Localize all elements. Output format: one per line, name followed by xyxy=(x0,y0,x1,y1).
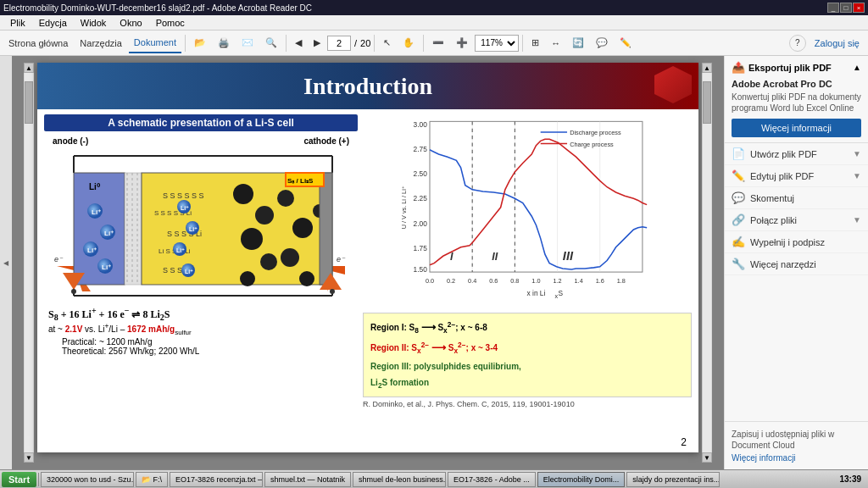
zoom-select[interactable]: 117% 100% 75% 150% xyxy=(475,35,519,52)
menu-widok[interactable]: Widok xyxy=(74,15,114,30)
graph-container: 3.00 2.75 2.50 2.25 2.00 1.75 1.50 0.0 0… xyxy=(363,114,692,309)
panel-item-comment[interactable]: 💬 Skomentuj xyxy=(725,187,868,209)
minimize-button[interactable]: _ xyxy=(827,3,839,13)
menu-edycja[interactable]: Edycja xyxy=(32,15,74,30)
panel-item-create[interactable]: 📄 Utwórz plik PDF ▼ xyxy=(725,143,868,165)
comment-button[interactable]: 💬 xyxy=(591,33,613,53)
menu-plik[interactable]: Plik xyxy=(3,15,32,30)
menubar: Plik Edycja Widok Okno Pomoc xyxy=(0,15,868,30)
open-file-button[interactable]: 📂 xyxy=(189,33,211,53)
left-nav-panel[interactable]: ◀ xyxy=(0,56,12,469)
acrobat-desc: Konwertuj pliki PDF na dokumenty program… xyxy=(732,92,861,114)
scroll-thumb2[interactable] xyxy=(703,81,711,124)
svg-text:U / V vs. Li / Li⁺: U / V vs. Li / Li⁺ xyxy=(400,186,408,229)
page-input[interactable] xyxy=(327,36,351,51)
scrollbar[interactable]: ▲ ▼ xyxy=(24,63,34,463)
rotate-button[interactable]: 🔄 xyxy=(567,33,589,53)
start-button[interactable]: Start xyxy=(2,472,36,487)
svg-point-30 xyxy=(255,206,274,225)
svg-point-35 xyxy=(292,218,313,238)
cloud-more-link[interactable]: Więcej informacji xyxy=(732,453,861,463)
svg-point-34 xyxy=(277,190,294,207)
taskbar-item-3[interactable]: shmuel.txt — Notatnik xyxy=(264,472,351,487)
svg-text:Li⁺: Li⁺ xyxy=(181,205,189,211)
scroll-thumb[interactable] xyxy=(25,81,33,124)
cell-diagram-svg: Li⁰ Li⁺ Li⁺ Li⁺ Li⁺ xyxy=(44,147,349,304)
region-iii-sub: Li2S formation xyxy=(370,374,684,393)
pencil-button[interactable]: ✏️ xyxy=(615,33,637,53)
pencil-icon: ✏️ xyxy=(620,37,632,48)
region-i-text: Region I: S8 ⟶ Sx2−; x ~ 6-8 xyxy=(370,318,684,338)
next-page-button[interactable]: ▶ xyxy=(309,33,326,53)
scroll-down-button2[interactable]: ▼ xyxy=(702,452,712,463)
chevron-up-icon: ▲ xyxy=(853,63,861,72)
help-button[interactable]: ? xyxy=(789,35,806,52)
taskbar-item-4[interactable]: shmuel de-leon business... xyxy=(353,472,446,487)
vertical-scrollbar[interactable]: ▲ ▼ xyxy=(702,63,712,463)
svg-point-32 xyxy=(260,253,277,270)
document-button[interactable]: Dokument xyxy=(129,33,181,53)
chevron-down-icon: ▼ xyxy=(853,149,861,158)
maximize-button[interactable]: □ xyxy=(840,3,852,13)
email-button[interactable]: ✉️ xyxy=(236,33,259,53)
close-button[interactable]: × xyxy=(853,3,865,13)
svg-text:S₈ / Li₂S: S₈ / Li₂S xyxy=(287,177,314,185)
separator4 xyxy=(423,35,424,52)
taskbar-item-2[interactable]: EO17-3826 recenzja.txt —... xyxy=(170,472,263,487)
svg-rect-39 xyxy=(320,173,332,285)
svg-text:S: S xyxy=(559,289,564,297)
scroll-up-button[interactable]: ▲ xyxy=(24,63,34,73)
svg-text:Li⁺: Li⁺ xyxy=(176,247,185,253)
export-icon: 📤 xyxy=(732,61,745,74)
fit-page-button[interactable]: ⊞ xyxy=(526,33,544,53)
panel-item-sign[interactable]: ✍️ Wypełnij i podpisz xyxy=(725,231,868,253)
svg-text:e⁻: e⁻ xyxy=(337,255,346,263)
taskbar-item-5[interactable]: EO17-3826 - Adobe ... xyxy=(448,472,536,487)
home-button[interactable]: Strona główna xyxy=(3,33,73,53)
menu-pomoc[interactable]: Pomoc xyxy=(149,15,192,30)
left-content: A schematic presentation of a Li-S cell … xyxy=(44,114,358,447)
cell-diagram-title: A schematic presentation of a Li-S cell xyxy=(44,114,358,131)
svg-text:0.2: 0.2 xyxy=(447,277,455,285)
clock: 13:39 xyxy=(834,474,866,484)
svg-text:0.6: 0.6 xyxy=(489,277,498,285)
hand-icon: ✋ xyxy=(403,37,415,48)
zoom-out-button[interactable]: ➖ xyxy=(427,33,449,53)
panel-item-edit[interactable]: ✏️ Edytuj plik PDF ▼ xyxy=(725,165,868,187)
li0-text: Li⁰ xyxy=(89,182,101,191)
more-tools-label: Więcej narzędzi xyxy=(750,259,861,269)
fit-width-button[interactable]: ↔ xyxy=(546,33,565,53)
prev-page-button[interactable]: ◀ xyxy=(290,33,307,53)
svg-text:1.4: 1.4 xyxy=(575,277,583,285)
svg-text:1.0: 1.0 xyxy=(531,277,540,285)
scroll-up-button2[interactable]: ▲ xyxy=(702,63,712,73)
taskbar-item-7[interactable]: slajdy do prezentacji ins... xyxy=(626,472,720,487)
window-controls[interactable]: _ □ × xyxy=(827,3,865,13)
scroll-down-button[interactable]: ▼ xyxy=(24,452,34,463)
svg-text:1.75: 1.75 xyxy=(414,244,428,252)
pdf-viewer: ▲ ▼ Introduction A schematic present xyxy=(12,56,724,469)
svg-text:0.4: 0.4 xyxy=(468,277,476,285)
login-button[interactable]: Zaloguj się xyxy=(810,33,865,53)
taskbar-item-0[interactable]: 320000 won to usd - Szu... xyxy=(41,472,134,487)
svg-text:2.75: 2.75 xyxy=(414,145,428,153)
svg-text:Charge process: Charge process xyxy=(570,141,614,148)
hand-tool-button[interactable]: ✋ xyxy=(398,33,420,53)
search-button[interactable]: 🔍 xyxy=(260,33,282,53)
tools-button[interactable]: Narzędzia xyxy=(75,33,127,53)
panel-item-more[interactable]: 🔧 Więcej narzędzi xyxy=(725,253,868,275)
zoom-in-button[interactable]: ➕ xyxy=(451,33,473,53)
panel-item-combine[interactable]: 🔗 Połącz pliki ▼ xyxy=(725,209,868,231)
left-arrow-icon: ◀ xyxy=(3,259,8,267)
cloud-footer-text: Zapisuj i udostępniaj pliki w Document C… xyxy=(732,429,861,451)
menu-okno[interactable]: Okno xyxy=(113,15,148,30)
export-header[interactable]: 📤 Eksportuj plik PDF ▲ xyxy=(732,61,861,74)
taskbar-item-1[interactable]: 📂 F:\ xyxy=(136,472,168,487)
more-info-button[interactable]: Więcej informacji xyxy=(732,119,861,137)
more-tools-icon: 🔧 xyxy=(732,258,745,270)
print-button[interactable]: 🖨️ xyxy=(213,33,235,53)
comment-icon: 💬 xyxy=(596,37,608,48)
select-tool-button[interactable]: ↖ xyxy=(378,33,396,53)
taskbar-item-6[interactable]: Electromobility Domi... xyxy=(537,472,626,487)
separator3 xyxy=(374,35,375,52)
